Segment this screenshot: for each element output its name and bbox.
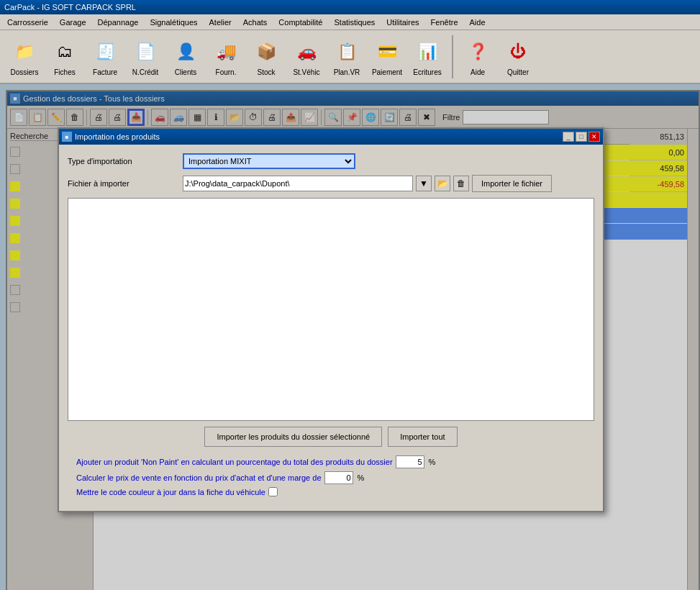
menu-garage[interactable]: Garage [54,17,92,28]
close-button[interactable]: ✕ [588,132,600,142]
maximize-button[interactable]: □ [576,132,587,142]
facture-icon: 🧾 [90,37,120,67]
app-title: CarPack - IG SOFT CARPACK SPRL [4,3,136,12]
toolbar-clients[interactable]: 👤 Clients [167,35,204,78]
option2-percent: % [358,473,365,482]
menu-carrosserie[interactable]: Carrosserie [1,17,54,28]
toolbar-aide[interactable]: ❓ Aide [459,35,496,78]
importation-dialog: ■ Importation des produits _ □ ✕ Type d'… [58,127,604,512]
paiement-icon: 💳 [372,37,402,67]
fichier-label: Fichier à importer [68,179,183,188]
toolbar-fourn[interactable]: 🚚 Fourn. [207,35,245,78]
fiches-icon: 🗂 [50,37,80,67]
ecritures-icon: 📊 [412,37,442,67]
toolbar-quitter[interactable]: ⏻ Quitter [499,35,537,78]
stvehic-icon: 🚗 [291,37,322,67]
import-list-area[interactable] [68,198,594,421]
option3-checkbox[interactable] [268,487,278,496]
type-importation-select[interactable]: Importation MIXIT Importation autre [183,153,355,169]
toolbar-fiches[interactable]: 🗂 Fiches [46,35,83,78]
type-importation-wrapper: Importation MIXIT Importation autre [183,153,594,169]
title-bar: CarPack - IG SOFT CARPACK SPRL [0,0,700,14]
import-options: Ajouter un produit 'Non Paint' en calcul… [68,453,594,502]
toolbar-ecritures[interactable]: 📊 Ecritures [409,35,446,78]
menu-statistiques[interactable]: Statistiques [328,17,381,28]
clients-icon: 👤 [171,37,201,67]
toolbar-facture[interactable]: 🧾 Facture [86,35,124,78]
import-titlebar: ■ Importation des produits _ □ ✕ [59,129,603,145]
fichier-wrapper: ▼ 📂 🗑 Importer le fichier [183,175,594,192]
fichier-dropdown-btn[interactable]: ▼ [416,176,432,191]
importer-dossier-button[interactable]: Importer les produits du dossier sélecti… [204,427,382,447]
aide-icon: ❓ [463,37,493,67]
main-area: ■ Gestion des dossiers - Tous les dossie… [0,84,700,590]
import-body: Type d'importation Importation MIXIT Imp… [59,145,603,511]
fourn-icon: 🚚 [211,37,241,67]
dossiers-icon: 📁 [9,37,40,67]
toolbar-ncredit[interactable]: 📄 N.Crédit [127,35,164,78]
type-importation-row: Type d'importation Importation MIXIT Imp… [68,153,594,169]
import-titlebar-icon: ■ [62,132,72,142]
importer-fichier-button[interactable]: Importer le fichier [472,175,552,192]
import-titlebar-left: ■ Importation des produits [62,132,160,142]
toolbar-sep [452,35,453,78]
menu-utilitaires[interactable]: Utilitaires [381,17,424,28]
planvr-icon: 📋 [332,37,362,67]
menu-fenetre[interactable]: Fenêtre [425,17,464,28]
import-title: Importation des produits [75,132,160,141]
quitter-icon: ⏻ [503,37,533,67]
toolbar-paiement[interactable]: 💳 Paiement [368,35,406,78]
type-importation-label: Type d'importation [68,157,183,165]
fichier-row: Fichier à importer ▼ 📂 🗑 Importer le fic… [68,175,594,192]
option1-value-input[interactable] [396,455,424,468]
toolbar-stvehic[interactable]: 🚗 St.Véhic [288,35,325,78]
menu-achats[interactable]: Achats [237,17,273,28]
toolbar-dossiers[interactable]: 📁 Dossiers [6,35,43,78]
option3-text: Mettre le code couleur à jour dans la fi… [76,488,265,496]
option1-percent: % [429,458,436,466]
fichier-path-input[interactable] [183,176,413,191]
toolbar-stock[interactable]: 📦 Stock [247,35,285,78]
menu-bar: Carrosserie Garage Dépannage Signalétiqu… [0,14,700,30]
ncredit-icon: 📄 [130,37,160,67]
menu-aide[interactable]: Aide [464,17,491,28]
importer-tout-button[interactable]: Importer tout [388,427,457,447]
fichier-clear-btn[interactable]: 🗑 [453,176,469,191]
option-row-1: Ajouter un produit 'Non Paint' en calcul… [76,455,586,468]
stock-icon: 📦 [251,37,281,67]
menu-signaletiques[interactable]: Signalétiques [144,17,203,28]
option-row-2: Calculer le prix de vente en fonction du… [76,471,586,484]
minimize-button[interactable]: _ [563,132,574,142]
option2-text: Calculer le prix de vente en fonction du… [76,473,322,482]
option-row-3: Mettre le code couleur à jour dans la fi… [76,487,586,496]
fichier-browse-btn[interactable]: 📂 [435,176,450,191]
option1-text: Ajouter un produit 'Non Paint' en calcul… [76,458,393,466]
option2-value-input[interactable] [324,471,353,484]
toolbar-planvr[interactable]: 📋 Plan.VR [328,35,365,78]
main-toolbar: 📁 Dossiers 🗂 Fiches 🧾 Facture 📄 N.Crédit… [0,30,700,84]
menu-atelier[interactable]: Atelier [204,17,237,28]
menu-comptabilite[interactable]: Comptabilité [273,17,328,28]
import-bottom-buttons: Importer les produits du dossier sélecti… [68,427,594,447]
import-titlebar-controls: _ □ ✕ [563,132,600,142]
menu-depannage[interactable]: Dépannage [92,17,145,28]
